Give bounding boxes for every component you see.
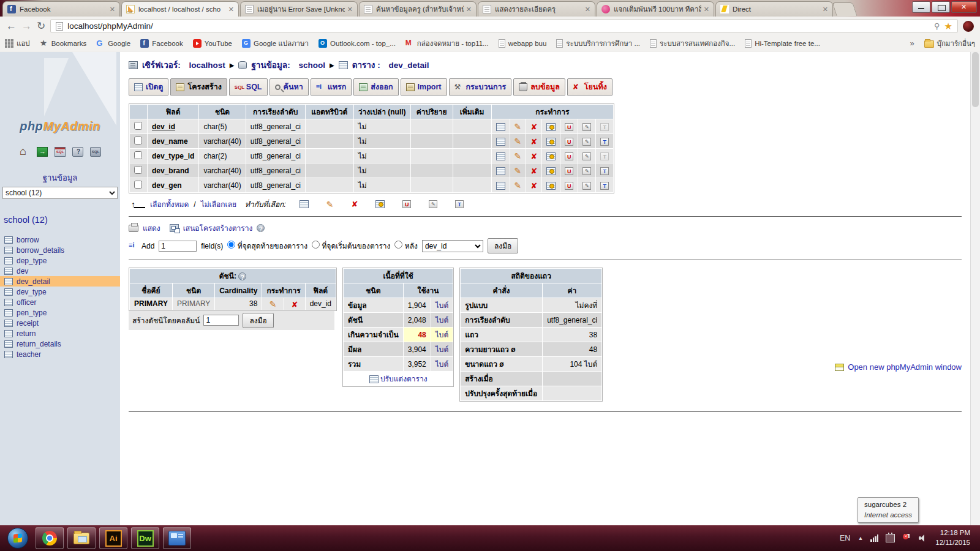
action-center-flag-icon[interactable] (902, 534, 911, 542)
open-new-window-link[interactable]: Open new phpMyAdmin window (848, 362, 962, 372)
breadcrumb-server[interactable]: เซิร์ฟเวอร์: localhost (142, 58, 225, 72)
query-window-icon[interactable] (90, 147, 101, 157)
profile-badge[interactable] (963, 21, 974, 32)
home-icon[interactable] (19, 147, 30, 157)
primary-key-icon[interactable] (546, 152, 556, 160)
close-button[interactable] (951, 1, 977, 13)
edit-icon[interactable] (514, 152, 522, 160)
tab-insert[interactable]: แทรก (311, 78, 352, 96)
row-checkbox[interactable] (134, 166, 142, 174)
help-icon[interactable] (72, 147, 83, 157)
tray-expand-icon[interactable]: ▲ (858, 535, 863, 541)
browser-tab-promo[interactable]: แจกเติมพันฟรี 100บาท ทีคาสิ ✕ (597, 1, 714, 17)
sidebar-table-dev-detail[interactable]: dev_detail (0, 276, 120, 287)
sidebar-table-return[interactable]: return (0, 328, 120, 339)
edit-icon[interactable] (514, 137, 522, 146)
row-checkbox[interactable] (134, 122, 142, 130)
bookmark-translate[interactable]: Google แปลภาษา (242, 38, 309, 49)
tab-drop[interactable]: โยนทิ้ง (567, 78, 612, 96)
radio-at-begin[interactable]: ที่จุดเริ่มต้นของตาราง (312, 240, 390, 252)
bookmark-hitemplate[interactable]: Hi-Template free te... (745, 39, 820, 48)
start-button[interactable] (7, 528, 28, 549)
sidebar-table-dev-type[interactable]: dev_type (0, 287, 120, 297)
network-plug-icon[interactable] (886, 534, 895, 542)
after-field-select[interactable]: dev_id (422, 240, 483, 252)
help-icon[interactable] (238, 272, 246, 280)
row-checkbox[interactable] (134, 137, 142, 144)
refresh-button[interactable]: ↻ (37, 21, 45, 31)
drop-icon[interactable] (530, 182, 537, 190)
bookmark-edu[interactable]: ระบบบริการการศึกษา ... (556, 38, 640, 49)
logout-icon[interactable] (37, 147, 48, 157)
minimize-button[interactable] (912, 1, 930, 13)
radio-at-end[interactable]: ที่จุดสุดท้ายของตาราง (227, 240, 307, 252)
bookmark-mail[interactable]: กล่องจดหมาย - top11... (405, 38, 489, 49)
drop-icon[interactable] (530, 123, 537, 131)
taskbar-clock[interactable]: 12:18 PM 12/11/2015 (935, 528, 970, 547)
browser-tab-direct[interactable]: Direct ✕ (715, 1, 833, 17)
bookmark-webapp[interactable]: webapp buu (499, 39, 547, 48)
browser-tab-error-save[interactable]: เมอยู่นาน Error Save [Unkno ✕ (240, 1, 358, 17)
bookmark-facebook[interactable]: Facebook (140, 39, 183, 48)
browser-tab-facebook[interactable]: Facebook ✕ (2, 1, 120, 17)
tab-browse[interactable]: เปิดดู (129, 78, 168, 96)
unique-icon[interactable]: U (565, 182, 573, 190)
edit-icon[interactable] (514, 181, 522, 190)
tab-import[interactable]: Import (401, 78, 447, 96)
address-bar[interactable]: localhost/phpMyAdmin/ ⚲ ★ (50, 19, 958, 33)
tab-sql[interactable]: SQL (229, 78, 268, 96)
bookmark-youtube[interactable]: YouTube (193, 39, 232, 48)
browse-values-icon[interactable] (496, 152, 505, 160)
sidebar-table-pen-type[interactable]: pen_type (0, 307, 120, 318)
tab-close-icon[interactable]: ✕ (704, 6, 709, 13)
drop-icon[interactable] (530, 167, 537, 175)
taskbar-chrome[interactable] (36, 527, 64, 549)
tab-close-icon[interactable]: ✕ (823, 6, 828, 13)
primary-key-icon[interactable] (546, 167, 556, 175)
unique-icon[interactable]: U (402, 200, 411, 208)
volume-muted-icon[interactable] (919, 534, 928, 542)
unique-icon[interactable]: U (565, 152, 573, 160)
apps-shortcut[interactable]: แอป (5, 38, 30, 49)
taskbar-display-app[interactable] (163, 527, 191, 549)
printer-icon[interactable] (129, 225, 138, 232)
browse-values-icon[interactable] (496, 182, 505, 190)
bookmarks-overflow-chevron[interactable]: » (910, 39, 914, 48)
drop-icon[interactable] (530, 138, 537, 146)
primary-key-icon[interactable] (546, 138, 556, 146)
index-icon[interactable]: ✎ (582, 138, 591, 146)
check-all-link[interactable]: เลือกทั้งหมด (150, 198, 189, 210)
tab-search[interactable]: ค้นหา (270, 78, 309, 96)
browse-values-icon[interactable] (496, 138, 505, 146)
breadcrumb-table[interactable]: ตาราง : dev_detail (352, 58, 429, 72)
primary-key-icon[interactable] (546, 182, 556, 190)
tab-close-icon[interactable]: ✕ (110, 6, 115, 13)
tab-close-icon[interactable]: ✕ (585, 6, 590, 13)
fulltext-icon[interactable]: T (600, 167, 609, 175)
scrollbar-thumb[interactable] (972, 52, 979, 107)
index-icon[interactable]: ✎ (582, 123, 591, 131)
go-button[interactable]: ลงมือ (243, 313, 273, 328)
unique-icon[interactable]: U (565, 123, 573, 131)
tab-close-icon[interactable]: ✕ (347, 6, 353, 13)
propose-structure-link[interactable]: เสนอโครงสร้างตาราง (183, 222, 253, 234)
tab-empty[interactable]: ลบข้อมูล (513, 78, 565, 96)
help-icon[interactable] (257, 224, 265, 232)
index-icon[interactable]: ✎ (582, 182, 591, 190)
optimize-table-link[interactable]: ปรับแต่งตาราง (380, 375, 428, 383)
other-bookmarks-folder[interactable]: บุ๊กมาร์กอื่นๆ (924, 38, 975, 49)
fulltext-icon[interactable]: T (455, 200, 464, 208)
index-icon[interactable]: ✎ (429, 200, 437, 208)
sidebar-table-teacher[interactable]: teacher (0, 349, 120, 359)
print-view-link[interactable]: แสดง (143, 222, 160, 234)
maximize-button[interactable] (932, 1, 950, 13)
edit-icon[interactable] (326, 200, 334, 209)
index-icon[interactable]: ✎ (582, 152, 591, 160)
row-checkbox[interactable] (134, 151, 142, 159)
tab-operations[interactable]: กระบวนการ (449, 78, 512, 96)
add-field-count-input[interactable] (159, 241, 197, 252)
edit-icon[interactable] (514, 122, 522, 131)
taskbar-explorer[interactable] (67, 527, 96, 549)
unique-icon[interactable]: U (565, 138, 573, 146)
row-checkbox[interactable] (134, 181, 142, 189)
